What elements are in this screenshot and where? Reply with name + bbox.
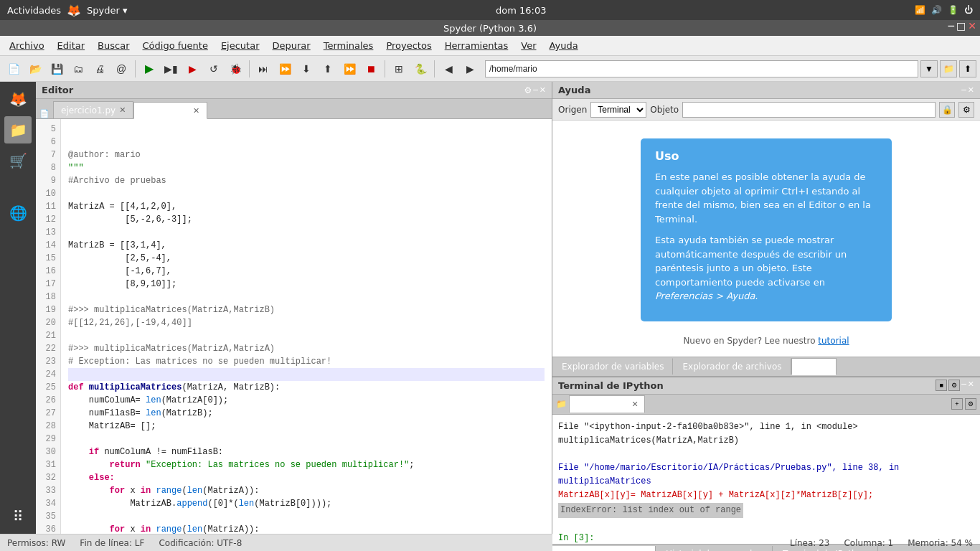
close-btn[interactable]: ✕ xyxy=(968,20,976,32)
spyder-btn[interactable]: ⊞ xyxy=(389,59,409,79)
code-line-21: #>>> multiplicaMatrices(MatrizA,MatrizA) xyxy=(68,344,275,354)
run-btn[interactable]: ▶ xyxy=(139,59,159,79)
code-line-16: [8,9,10]]; xyxy=(68,279,176,289)
ipython-gear-btn[interactable]: ⚙ xyxy=(948,380,960,391)
tutorial-link[interactable]: tutorial xyxy=(818,336,849,346)
menu-editar[interactable]: Editar xyxy=(52,38,91,53)
ipython-panel: Terminal de IPython ■ ⚙ ─ ✕ 📁 Terminal 1… xyxy=(552,377,980,552)
ipython-tab-1-close[interactable]: ✕ xyxy=(631,400,638,409)
status-codificacion: Codificación: UTF-8 xyxy=(159,538,242,548)
code-content[interactable]: @author: mario """ #Archivo de pruebas M… xyxy=(61,119,552,534)
debug-continue-btn[interactable]: ⏩ xyxy=(339,59,359,79)
terminal-content[interactable]: File "<ipython-input-2-fa100ba0b83e>", l… xyxy=(552,415,980,544)
path-input[interactable]: /home/mario xyxy=(485,60,918,77)
tab-explorador-variables[interactable]: Explorador de variables xyxy=(552,358,673,375)
ipython-tab-1[interactable]: Terminal 1/A ✕ xyxy=(569,395,645,413)
sidebar-firefox-icon[interactable]: 🦊 xyxy=(4,85,32,113)
help-usage-box: Uso En este panel es posible obtener la … xyxy=(641,138,892,321)
help-lock-btn[interactable]: 🔒 xyxy=(939,102,955,118)
print-btn[interactable]: 🖨 xyxy=(90,59,110,79)
help-corner-close[interactable]: ✕ xyxy=(968,85,974,95)
debug-out-btn[interactable]: ⬆ xyxy=(318,59,338,79)
code-area[interactable]: 5678910111213141516171819202122232425262… xyxy=(36,119,552,534)
run-cell-btn[interactable]: ▶▮ xyxy=(161,59,181,79)
tab-pruebas[interactable]: Pruebas.py ✕ xyxy=(133,102,207,119)
minimize-btn[interactable]: ─ xyxy=(948,20,954,32)
debug-next-btn[interactable]: ⏩ xyxy=(275,59,295,79)
debug-btn[interactable]: 🐞 xyxy=(225,59,245,79)
ipython-title: Terminal de IPython xyxy=(558,380,664,391)
sidebar-apps-icon[interactable]: ⠿ xyxy=(4,503,32,530)
new-file-btn[interactable]: 📄 xyxy=(4,59,24,79)
menu-ayuda[interactable]: Ayuda xyxy=(543,38,583,53)
ipython-stop-btn[interactable]: ■ xyxy=(936,380,947,391)
ipython-corner-min[interactable]: ─ xyxy=(961,380,966,391)
sidebar: 🦊 📁 🛒 🌐 ⠿ xyxy=(0,82,36,534)
run-selection-btn[interactable]: ▶ xyxy=(182,59,202,79)
rerun-btn[interactable]: ↺ xyxy=(204,59,224,79)
menu-herramientas[interactable]: Herramientas xyxy=(439,38,514,53)
menu-buscar[interactable]: Buscar xyxy=(92,38,135,53)
nav-back-btn[interactable]: ◀ xyxy=(438,59,458,79)
tab-ejercicio1-close[interactable]: ✕ xyxy=(119,105,126,115)
activities-label[interactable]: Actividades xyxy=(7,5,61,16)
menu-codigo-fuente[interactable]: Código fuente xyxy=(137,38,214,53)
tab-historial-comandos[interactable]: Historial de comandos xyxy=(656,546,773,551)
tab-pruebas-close[interactable]: ✕ xyxy=(193,106,199,116)
sidebar-files-icon[interactable]: 📁 xyxy=(4,116,32,143)
sidebar-browser-icon[interactable]: 🌐 xyxy=(4,199,32,227)
code-line-10: MatrizA = [[4,1,2,0], xyxy=(68,202,176,212)
help-usage-title: Uso xyxy=(655,149,877,163)
editor-corner-min[interactable]: ─ xyxy=(533,85,538,95)
nav-fwd-btn[interactable]: ▶ xyxy=(460,59,480,79)
editor-settings-icon[interactable]: ⚙ xyxy=(524,85,532,95)
ipython-corner-close[interactable]: ✕ xyxy=(968,380,974,391)
code-line-22: # Exception: Las matrices no se pueden m… xyxy=(68,357,331,367)
code-line-14: [2,5,-4], xyxy=(68,253,171,263)
menu-ver[interactable]: Ver xyxy=(515,38,542,53)
origin-dropdown[interactable]: Terminal Editor xyxy=(590,102,646,118)
editor-title: Editor xyxy=(42,85,73,95)
code-line-27: MatrizAB= []; xyxy=(68,421,156,431)
path-bar: /home/mario ▼ 📁 ⬆ xyxy=(485,60,976,77)
code-line-29: if numColumA != numFilasB: xyxy=(68,447,223,457)
tab-ejercicio1[interactable]: ejercicio1.py ✕ xyxy=(53,101,133,118)
path-open-btn[interactable]: 📁 xyxy=(940,60,957,77)
debug-into-btn[interactable]: ⬇ xyxy=(296,59,316,79)
menu-ejecutar[interactable]: Ejecutar xyxy=(215,38,265,53)
menu-archivo[interactable]: Archivo xyxy=(4,38,50,53)
app-title: Spyder (Python 3.6) xyxy=(443,23,537,34)
save-btn[interactable]: 💾 xyxy=(47,59,67,79)
menu-depurar[interactable]: Depurar xyxy=(267,38,316,53)
help-corner-min[interactable]: ─ xyxy=(961,85,966,95)
help-gear-btn[interactable]: ⚙ xyxy=(958,102,974,118)
origin-label: Origen xyxy=(558,105,587,115)
save-all-btn[interactable]: 🗂 xyxy=(68,59,88,79)
open-file-btn[interactable]: 📂 xyxy=(25,59,45,79)
stop-btn[interactable]: ⏹ xyxy=(361,59,381,79)
code-line-31: else: xyxy=(68,473,115,483)
sidebar-store-icon[interactable]: 🛒 xyxy=(4,147,32,174)
tab-ayuda[interactable]: Ayuda xyxy=(791,358,837,375)
maximize-btn[interactable]: □ xyxy=(956,20,966,32)
tab-explorador-archivos[interactable]: Explorador de archivos xyxy=(673,358,791,375)
path-up-btn[interactable]: ⬆ xyxy=(959,60,976,77)
menu-terminales[interactable]: Terminales xyxy=(318,38,380,53)
code-line-15: [-1,6,7], xyxy=(68,266,171,276)
term-line-3: File "/home/mario/Escritorio/IA/Práctica… xyxy=(558,463,899,473)
tab-terminal-python[interactable]: Terminal de Python xyxy=(552,546,656,551)
topbar-left: Actividades 🦊 Spyder ▾ xyxy=(7,4,128,17)
python-btn[interactable]: 🐍 xyxy=(410,59,430,79)
ipython-new-btn[interactable]: + xyxy=(951,398,963,410)
object-input[interactable] xyxy=(682,102,936,118)
editor-corner-close[interactable]: ✕ xyxy=(540,85,546,95)
path-dropdown-btn[interactable]: ▼ xyxy=(920,60,938,77)
topbar: Actividades 🦊 Spyder ▾ dom 16:03 📶 🔊 🔋 ⏻ xyxy=(0,0,980,20)
debug-step-btn[interactable]: ⏭ xyxy=(253,59,273,79)
status-columna: Columna: 1 xyxy=(844,538,893,548)
at-btn[interactable]: @ xyxy=(111,59,131,79)
menu-proyectos[interactable]: Proyectos xyxy=(380,38,437,53)
ipython-settings-btn[interactable]: ⚙ xyxy=(965,398,976,410)
spyder-menu[interactable]: Spyder ▾ xyxy=(87,5,127,16)
code-line-8: #Archivo de pruebas xyxy=(68,176,166,186)
